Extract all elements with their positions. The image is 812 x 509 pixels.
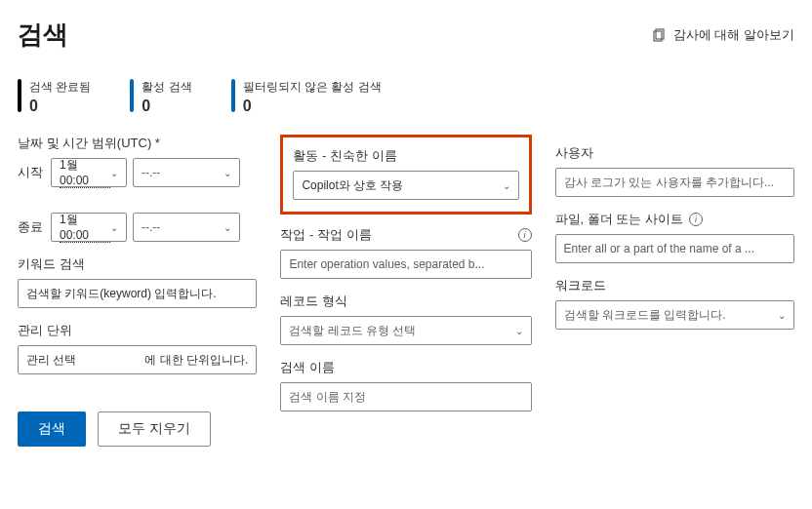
clear-all-button[interactable]: 모두 지우기: [98, 411, 211, 447]
chevron-down-icon: ⌄: [223, 222, 231, 233]
learn-about-audit-link[interactable]: 감사에 대해 알아보기: [652, 26, 794, 44]
search-button[interactable]: 검색: [18, 411, 86, 447]
end-date-input[interactable]: 1월 00:00 ⌄: [51, 213, 127, 242]
start-date-input[interactable]: 1월 00:00 ⌄: [51, 158, 127, 187]
admin-label: 관리 단위: [18, 322, 257, 339]
record-type-label: 레코드 형식: [280, 293, 531, 310]
info-icon[interactable]: i: [689, 213, 703, 226]
workload-label: 워크로드: [555, 277, 794, 294]
operations-label: 작업 - 작업 이름 i: [280, 226, 531, 244]
search-name-input[interactable]: 검색 이름 지정: [280, 382, 531, 411]
chevron-down-icon: ⌄: [778, 310, 786, 321]
counter-active: 활성 검색 0: [130, 79, 191, 115]
page-title: 검색: [18, 18, 68, 52]
keyword-label: 키워드 검색: [18, 255, 257, 273]
record-type-select[interactable]: 검색할 레코드 유형 선택 ⌄: [280, 316, 531, 345]
counter-label: 활성 검색: [142, 79, 191, 96]
chevron-down-icon: ⌄: [223, 168, 231, 178]
end-label: 종료: [18, 218, 45, 236]
start-label: 시작: [18, 164, 45, 181]
counter-bar: [231, 79, 235, 112]
counter-label: 검색 완료됨: [29, 79, 91, 96]
activities-highlight: 활동 - 친숙한 이름 Copilot와 상호 작용 ⌄: [280, 135, 531, 215]
activities-select[interactable]: Copilot와 상호 작용 ⌄: [293, 171, 518, 200]
start-time-input[interactable]: --.-- ⌄: [133, 158, 240, 187]
counter-value: 0: [243, 98, 382, 115]
files-input[interactable]: Enter all or a part of the name of a ...: [555, 234, 794, 263]
counter-bar: [18, 79, 21, 112]
info-icon[interactable]: i: [518, 228, 532, 242]
counter-completed: 검색 완료됨 0: [18, 79, 91, 115]
counters: 검색 완료됨 0 활성 검색 0 필터링되지 않은 활성 검색 0: [18, 79, 794, 115]
operations-input[interactable]: Enter operation values, separated b...: [280, 250, 531, 279]
chevron-down-icon: ⌄: [110, 168, 118, 178]
activities-label: 활동 - 친숙한 이름: [293, 147, 518, 165]
users-input[interactable]: 감사 로그가 있는 사용자를 추가합니다...: [555, 168, 794, 197]
counter-value: 0: [142, 98, 191, 115]
counter-value: 0: [29, 98, 91, 115]
files-label: 파일, 폴더 또는 사이트 i: [555, 211, 794, 228]
copy-icon: [652, 27, 668, 43]
learn-label: 감사에 대해 알아보기: [673, 26, 794, 44]
chevron-down-icon: ⌄: [110, 222, 118, 233]
counter-unfiltered: 필터링되지 않은 활성 검색 0: [231, 79, 382, 115]
keyword-input[interactable]: 검색할 키워드(keyword) 입력합니다.: [18, 279, 257, 308]
chevron-down-icon: ⌄: [515, 326, 523, 336]
counter-label: 필터링되지 않은 활성 검색: [243, 79, 382, 96]
counter-bar: [130, 79, 134, 112]
chevron-down-icon: ⌄: [503, 180, 510, 191]
workload-select[interactable]: 검색할 워크로드를 입력합니다. ⌄: [555, 300, 794, 330]
search-name-label: 검색 이름: [280, 359, 531, 376]
date-range-label: 날짜 및 시간 범위(UTC) *: [18, 135, 257, 152]
end-time-input[interactable]: --.-- ⌄: [133, 213, 240, 242]
admin-select[interactable]: 관리 선택 에 대한 단위입니다.: [18, 345, 257, 374]
users-label: 사용자: [555, 144, 794, 162]
